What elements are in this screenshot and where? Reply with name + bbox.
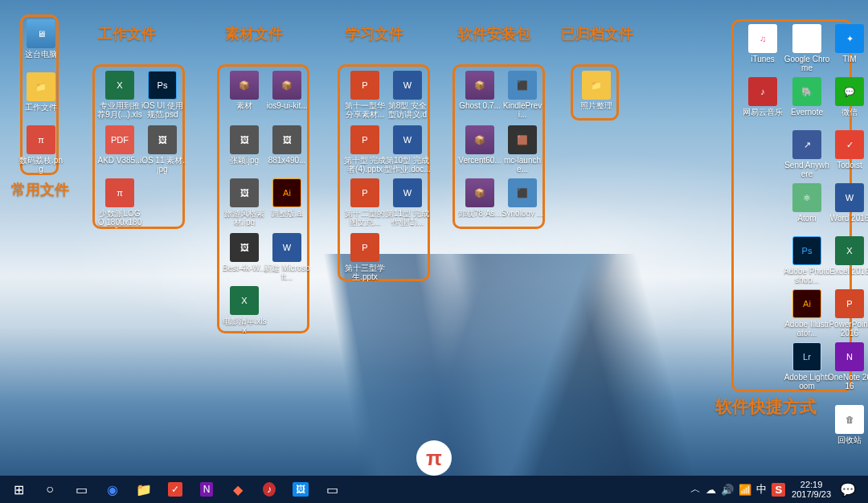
sendanywhere-icon: ↗: [792, 130, 821, 159]
rar-icon: 📦: [465, 125, 494, 154]
file-icon[interactable]: 📁照片整理: [573, 71, 620, 110]
shortcut-wechat[interactable]: 💬微信: [826, 77, 868, 117]
taskbar-todoist[interactable]: ✓: [160, 477, 190, 501]
shortcut-evernote[interactable]: 🐘Evernote: [784, 77, 830, 117]
file-icon[interactable]: PDFAKD V385...: [96, 125, 143, 165]
icon-this-pc[interactable]: 🖥 这台电脑: [18, 19, 64, 59]
file-icon[interactable]: 📦Ghost 0.7...: [457, 71, 503, 110]
rar-icon: 📦: [465, 178, 494, 207]
shortcut-lightroom[interactable]: LrAdobe Lightroom: [784, 342, 830, 391]
shortcut-onenote[interactable]: NOneNote 2016: [826, 342, 868, 391]
icon-label: 张颖.jpg: [230, 156, 259, 165]
pdf-icon: PDF: [105, 125, 134, 154]
file-icon[interactable]: P第十三型学生.pptx: [342, 233, 388, 281]
tray-sogou-icon[interactable]: S: [772, 483, 785, 497]
file-icon[interactable]: W第8型 安全型访讲义.do...: [384, 71, 431, 121]
file-icon[interactable]: W第10型 完成型作业.doc...: [384, 125, 431, 174]
taskbar-onenote[interactable]: N: [191, 477, 222, 501]
file-icon[interactable]: 🟫mc-launche...: [499, 125, 546, 174]
taskbar-app2[interactable]: ▭: [317, 477, 347, 501]
file-icon[interactable]: P第十二型的图文总...: [342, 178, 388, 227]
ai-icon: Ai: [272, 178, 301, 207]
word-icon: W: [835, 183, 864, 212]
icon-label: Send Anywhere: [784, 161, 830, 178]
file-icon[interactable]: 📦Vercent60...: [457, 125, 503, 165]
shortcut-netease[interactable]: ♪网易云音乐: [739, 77, 786, 117]
shortcut-todoist[interactable]: ✓Todoist: [826, 130, 868, 170]
shortcut-illustrator[interactable]: AiAdobe Illustrator...: [784, 289, 830, 337]
shortcut-excel[interactable]: XExcel 2016: [826, 236, 868, 276]
icon-label: Adobe Lightroom: [784, 373, 830, 391]
start-button[interactable]: ⊞: [3, 477, 34, 501]
group-installer-label: 软件安装包: [458, 24, 530, 43]
icon-pi-png[interactable]: π 数码荔枝.png: [18, 125, 64, 174]
rar-icon: 📦: [272, 71, 301, 100]
file-icon[interactable]: 🖼张颖.jpg: [221, 125, 268, 165]
wechat-icon: 💬: [835, 77, 864, 106]
file-icon[interactable]: P第十一型华分享素材...: [342, 71, 388, 119]
exe-icon: ⬛: [508, 178, 537, 207]
tray-ime-icon[interactable]: 中: [756, 482, 767, 497]
file-icon[interactable]: 🖼Best-4k-W...: [221, 233, 268, 272]
group-work-label: 工作文件: [98, 24, 156, 43]
file-icon[interactable]: W新建 Microsoft...: [264, 233, 310, 281]
taskbar-app1[interactable]: ◆: [223, 477, 253, 501]
file-icon[interactable]: PsiOS UI 使用规范.psd: [139, 71, 186, 119]
tray-cloud-icon[interactable]: ☁: [706, 484, 716, 496]
icon-work-folder[interactable]: 📁 工作文件: [18, 72, 64, 112]
file-icon[interactable]: X电影清单.xlsx: [221, 286, 268, 334]
icon-label: 第十三型学生.pptx: [342, 264, 388, 281]
file-icon[interactable]: 📦素材: [221, 71, 268, 110]
icon-label: 工作文件: [25, 103, 57, 112]
icon-label: 这台电脑: [25, 50, 57, 59]
file-icon[interactable]: ⬛KindlePrevi...: [499, 71, 546, 119]
taskbar-right: ︿ ☁ 🔊 📶 中 S 22:19 2017/9/23 💬: [690, 477, 865, 501]
taskbar-chrome[interactable]: ◉: [97, 477, 128, 501]
onenote-icon: N: [835, 342, 864, 371]
taskbar-netease[interactable]: ♪: [254, 477, 285, 501]
shortcut-chrome[interactable]: ◉Google Chrome: [784, 24, 830, 72]
shortcut-tim[interactable]: ✦TIM: [826, 24, 868, 63]
shortcut-powerpoint[interactable]: PPowerPoint 2016: [826, 289, 868, 337]
shortcut-sendanywhere[interactable]: ↗Send Anywhere: [784, 130, 830, 178]
file-icon[interactable]: ⬛Synology ...: [499, 178, 546, 218]
action-center-button[interactable]: 💬: [837, 477, 858, 501]
shortcut-itunes[interactable]: ♫iTunes: [739, 24, 786, 63]
tray-volume-icon[interactable]: 🔊: [721, 484, 734, 496]
cortana-button[interactable]: ○: [35, 477, 65, 501]
shortcut-word[interactable]: WWord 2016: [826, 183, 868, 223]
icon-label: KindlePrevi...: [499, 101, 546, 119]
shortcut-photoshop[interactable]: PsAdobe Photoshop...: [784, 236, 830, 284]
file-icon[interactable]: 📦卸载78 As...: [457, 178, 503, 218]
file-icon[interactable]: 🖼881x490...: [264, 125, 310, 165]
tray-network-icon[interactable]: 📶: [739, 484, 751, 496]
file-icon[interactable]: 📦ios9-ui-kit...: [264, 71, 310, 110]
folder-icon: 📁: [27, 72, 55, 101]
docx-icon: W: [393, 178, 422, 207]
recycle-bin[interactable]: 🗑 回收站: [826, 405, 868, 444]
file-icon[interactable]: 🖼iOS 11 素材.jpg: [139, 125, 186, 174]
pi-icon: π: [27, 125, 55, 154]
system-tray[interactable]: ︿ ☁ 🔊 📶 中 S: [690, 482, 785, 497]
file-icon[interactable]: Ai调整版.ai: [264, 178, 310, 218]
clock-time: 22:19: [800, 480, 823, 489]
pptx-icon: P: [350, 178, 379, 207]
todoist-icon: ✓: [835, 130, 864, 159]
file-icon[interactable]: π少数派LOGO 1800x1800...: [96, 178, 143, 228]
shortcut-atom[interactable]: ⚛Atom: [784, 183, 830, 223]
taskbar-clock[interactable]: 22:19 2017/9/23: [792, 480, 831, 499]
icon-label: Adobe Photoshop...: [784, 267, 830, 284]
icon-label: 新建 Microsoft...: [264, 264, 310, 281]
file-icon[interactable]: P第十型 完成者(4).pptx: [342, 125, 388, 174]
icon-label: 专业用到推荐9月(...).xlsx: [96, 101, 143, 121]
file-icon[interactable]: X专业用到推荐9月(...).xlsx: [96, 71, 143, 121]
tray-chevron-up-icon[interactable]: ︿: [690, 482, 701, 497]
icon-label: 照片整理: [580, 101, 612, 110]
taskview-button[interactable]: ▭: [66, 477, 96, 501]
taskbar-photos[interactable]: 🖼: [285, 477, 316, 501]
icon-label: Ghost 0.7...: [459, 101, 501, 110]
file-icon[interactable]: 🖼旅游风格素材.jpg: [221, 178, 268, 227]
file-icon[interactable]: W第11型 完成作业(1)...: [384, 178, 431, 227]
folder-icon: 📁: [582, 71, 611, 100]
taskbar-explorer[interactable]: 📁: [129, 477, 159, 501]
